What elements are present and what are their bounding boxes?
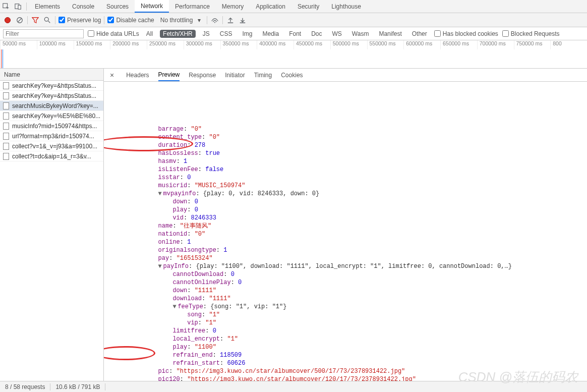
hide-data-urls-input[interactable]: [88, 30, 94, 37]
request-row[interactable]: searchKey?key=&httpsStatus...: [0, 81, 103, 91]
inspect-element-icon[interactable]: [0, 0, 12, 13]
has-blocked-cookies-input[interactable]: [434, 30, 441, 37]
tab-lighthouse[interactable]: Lighthouse: [325, 0, 367, 13]
detail-tab-initiator[interactable]: Initiator: [225, 70, 245, 81]
json-line[interactable]: originalsongtype: 1: [129, 246, 587, 254]
document-icon: [3, 123, 9, 130]
type-img[interactable]: Img: [239, 30, 255, 38]
response-preview-json[interactable]: barrage: "0" content_type: "0" duration:…: [104, 82, 587, 381]
json-line[interactable]: isListenFee: false: [129, 165, 587, 174]
record-button[interactable]: [3, 16, 12, 25]
download-har-icon[interactable]: [238, 16, 247, 25]
request-row[interactable]: searchMusicBykeyWord?key=...: [0, 101, 103, 111]
network-timeline[interactable]: 50000 ms100000 ms150000 ms200000 ms25000…: [0, 40, 587, 69]
json-line[interactable]: vid: 8246333: [129, 214, 587, 222]
json-line[interactable]: barrage: "0": [129, 125, 587, 133]
tab-elements[interactable]: Elements: [29, 0, 66, 13]
timeline-tick: 800: [550, 40, 587, 49]
json-line[interactable]: nationid: "0": [129, 230, 587, 238]
document-icon: [3, 153, 9, 160]
request-row[interactable]: collect?t=dc&aip=1&_r=3&v...: [0, 151, 103, 161]
clear-icon[interactable]: [15, 16, 24, 25]
json-line[interactable]: play: "1100": [129, 343, 587, 351]
request-row[interactable]: searchKey?key=&httpsStatus...: [0, 91, 103, 101]
preserve-log-input[interactable]: [58, 17, 65, 23]
json-line[interactable]: pic: "https://img3.kuwo.cn/star/albumcov…: [129, 367, 587, 375]
type-font[interactable]: Font: [286, 30, 304, 38]
json-line[interactable]: down: 0: [129, 198, 587, 206]
json-line[interactable]: isstar: 0: [129, 174, 587, 182]
type-manifest[interactable]: Manifest: [376, 30, 404, 38]
json-line[interactable]: limitfree: 0: [129, 327, 587, 335]
json-line[interactable]: ▼feeType: {song: "1", vip: "1"}: [129, 303, 587, 311]
network-filter-bar: Hide data URLs All Fetch/XHR JS CSS Img …: [0, 27, 587, 40]
filter-input[interactable]: [3, 29, 84, 38]
tab-memory[interactable]: Memory: [216, 0, 250, 13]
blocked-requests-input[interactable]: [502, 30, 509, 37]
detail-tab-headers[interactable]: Headers: [126, 70, 149, 81]
throttling-select[interactable]: No throttling ▾: [157, 17, 204, 24]
type-wasm[interactable]: Wasm: [349, 30, 372, 38]
type-fetchxhr[interactable]: Fetch/XHR: [160, 30, 196, 38]
blocked-requests-checkbox[interactable]: Blocked Requests: [502, 30, 560, 37]
type-css[interactable]: CSS: [217, 30, 236, 38]
json-line[interactable]: hasmv: 1: [129, 157, 587, 165]
tab-application[interactable]: Application: [250, 0, 291, 13]
json-line[interactable]: online: 1: [129, 238, 587, 246]
request-row[interactable]: searchKey?key=%E5%BE%80...: [0, 111, 103, 121]
network-conditions-icon[interactable]: [210, 16, 219, 25]
type-media[interactable]: Media: [259, 30, 282, 38]
request-row[interactable]: musicInfo?mid=150974&https...: [0, 121, 103, 131]
upload-har-icon[interactable]: [226, 16, 235, 25]
has-blocked-cookies-label: Has blocked cookies: [443, 30, 498, 37]
json-line[interactable]: download: "1111": [129, 295, 587, 303]
search-icon[interactable]: [43, 16, 52, 25]
json-line[interactable]: play: 0: [129, 206, 587, 214]
json-line[interactable]: duration: 278: [129, 141, 587, 149]
json-line[interactable]: refrain_start: 60626: [129, 359, 587, 367]
filter-icon[interactable]: [31, 16, 40, 25]
json-line[interactable]: vip: "1": [129, 319, 587, 327]
timeline-tick: 150000 ms: [74, 40, 110, 49]
request-list-header[interactable]: Name: [0, 69, 103, 81]
tab-network[interactable]: Network: [135, 0, 169, 13]
type-ws[interactable]: WS: [329, 30, 345, 38]
detail-tab-preview[interactable]: Preview: [158, 69, 180, 81]
json-line[interactable]: down: "1111": [129, 287, 587, 295]
json-line[interactable]: pic120: "https://img3.kuwo.cn/star/album…: [129, 375, 587, 381]
request-row[interactable]: collect?v=1&_v=j93&a=99100...: [0, 141, 103, 151]
disable-cache-input[interactable]: [107, 17, 114, 23]
json-line[interactable]: local_encrypt: "1": [129, 335, 587, 343]
json-line[interactable]: name: "往事随风": [129, 222, 587, 230]
timeline-tick: 200000 ms: [110, 40, 147, 49]
json-line[interactable]: ▼payInfo: {play: "1100", download: "1111…: [129, 262, 587, 270]
json-line[interactable]: cannotDownload: 0: [129, 270, 587, 278]
preserve-log-checkbox[interactable]: Preserve log: [58, 17, 101, 24]
json-line[interactable]: cannotOnlinePlay: 0: [129, 278, 587, 287]
type-all[interactable]: All: [143, 30, 156, 38]
hide-data-urls-checkbox[interactable]: Hide data URLs: [88, 30, 139, 37]
type-doc[interactable]: Doc: [308, 30, 325, 38]
close-detail-icon[interactable]: ×: [107, 71, 117, 79]
disable-cache-checkbox[interactable]: Disable cache: [107, 17, 154, 24]
json-line[interactable]: song: "1": [129, 311, 587, 319]
json-line[interactable]: content_type: "0": [129, 133, 587, 141]
request-row[interactable]: url?format=mp3&rid=150974...: [0, 131, 103, 141]
type-js[interactable]: JS: [200, 30, 213, 38]
type-other[interactable]: Other: [409, 30, 430, 38]
json-line[interactable]: hasLossless: true: [129, 149, 587, 157]
detail-tab-cookies[interactable]: Cookies: [281, 70, 303, 81]
tab-sources[interactable]: Sources: [100, 0, 135, 13]
json-line[interactable]: pay: "16515324": [129, 254, 587, 262]
detail-tab-response[interactable]: Response: [189, 70, 216, 81]
device-toggle-icon[interactable]: [12, 0, 24, 13]
json-line[interactable]: musicrid: "MUSIC_150974": [129, 182, 587, 190]
json-line[interactable]: ▼mvpayinfo: {play: 0, vid: 8246333, down…: [129, 190, 587, 198]
detail-tab-timing[interactable]: Timing: [254, 70, 272, 81]
tab-console[interactable]: Console: [66, 0, 100, 13]
json-line[interactable]: refrain_end: 118509: [129, 351, 587, 359]
tab-performance[interactable]: Performance: [169, 0, 216, 13]
tab-security[interactable]: Security: [291, 0, 325, 13]
request-list-rows: searchKey?key=&httpsStatus...searchKey?k…: [0, 81, 103, 381]
has-blocked-cookies-checkbox[interactable]: Has blocked cookies: [434, 30, 498, 37]
